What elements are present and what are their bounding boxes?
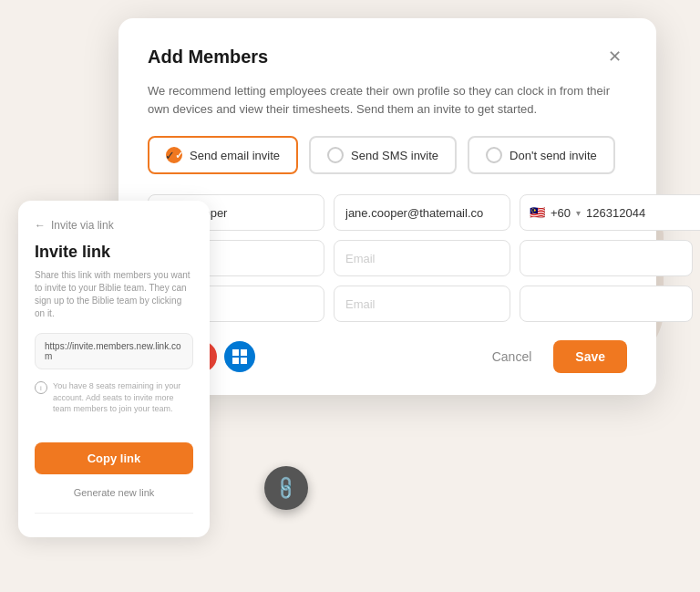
back-arrow-icon: ← bbox=[35, 219, 46, 232]
phone-input-wrap-2 bbox=[520, 240, 693, 276]
back-button[interactable]: ← Invite via link bbox=[35, 219, 193, 232]
phone-code-1: +60 bbox=[551, 206, 571, 220]
member-rows: 🇲🇾 +60 ▾ 🗑 🗑 bbox=[148, 194, 627, 322]
svg-rect-1 bbox=[241, 349, 247, 356]
member-email-input-3[interactable] bbox=[334, 286, 510, 322]
generate-link-button[interactable]: Generate new link bbox=[35, 487, 193, 498]
modal-title: Add Members bbox=[148, 47, 268, 68]
panel-title: Invite link bbox=[35, 243, 193, 262]
phone-input-wrap-3 bbox=[520, 286, 693, 322]
windows-import-button[interactable] bbox=[224, 341, 255, 372]
copy-link-button[interactable]: Copy link bbox=[35, 442, 193, 474]
modal-header: Add Members ✕ bbox=[148, 44, 627, 69]
panel-description: Share this link with members you want to… bbox=[35, 269, 193, 320]
info-icon: i bbox=[35, 381, 47, 394]
table-row: 🇲🇾 +60 ▾ bbox=[148, 194, 627, 231]
floating-link-button[interactable]: 🔗 bbox=[264, 466, 308, 510]
info-text: You have 8 seats remaining in your accou… bbox=[53, 380, 193, 415]
member-email-input-1[interactable] bbox=[334, 194, 510, 231]
panel-info: i You have 8 seats remaining in your acc… bbox=[35, 380, 193, 415]
link-chain-icon: 🔗 bbox=[272, 473, 300, 502]
invite-options: ✓ Send email invite Send SMS invite Don'… bbox=[148, 136, 627, 174]
close-button[interactable]: ✕ bbox=[602, 44, 627, 69]
phone-input-wrap-1: 🇲🇾 +60 ▾ bbox=[520, 194, 700, 231]
save-button[interactable]: Save bbox=[553, 340, 627, 373]
invite-email-label: Send email invite bbox=[190, 149, 280, 162]
windows-icon bbox=[232, 349, 247, 364]
modal-footer: CSV G Cancel Save bbox=[148, 340, 627, 373]
invite-sms-label: Send SMS invite bbox=[351, 149, 438, 162]
svg-rect-3 bbox=[241, 358, 247, 364]
table-row: 🗑 bbox=[148, 286, 627, 322]
modal-description: We recommend letting employees create th… bbox=[148, 82, 627, 118]
invite-link-panel: ← Invite via link Invite link Share this… bbox=[18, 201, 210, 537]
member-email-input-2[interactable] bbox=[334, 240, 510, 276]
back-label: Invite via link bbox=[51, 219, 114, 232]
link-url-display: https://invite.members.new.link.com bbox=[35, 333, 193, 369]
invite-option-none[interactable]: Don't send invite bbox=[468, 136, 615, 174]
invite-option-email[interactable]: ✓ Send email invite bbox=[148, 136, 298, 174]
invite-none-label: Don't send invite bbox=[510, 149, 597, 162]
svg-rect-0 bbox=[232, 349, 239, 356]
panel-divider bbox=[35, 513, 193, 514]
cancel-button[interactable]: Cancel bbox=[481, 342, 543, 371]
table-row: 🗑 bbox=[148, 240, 627, 276]
phone-number-input-2[interactable] bbox=[530, 252, 683, 265]
phone-number-input-3[interactable] bbox=[530, 297, 683, 311]
radio-email: ✓ bbox=[166, 147, 182, 163]
invite-option-sms[interactable]: Send SMS invite bbox=[309, 136, 457, 174]
check-icon: ✓ bbox=[165, 149, 175, 162]
radio-none bbox=[486, 147, 502, 163]
phone-chevron-icon-1[interactable]: ▾ bbox=[576, 208, 581, 218]
phone-flag-1: 🇲🇾 bbox=[530, 205, 545, 220]
phone-number-input-1[interactable] bbox=[586, 206, 700, 220]
radio-sms bbox=[327, 147, 344, 163]
footer-actions: Cancel Save bbox=[481, 340, 627, 373]
svg-rect-2 bbox=[232, 358, 239, 364]
